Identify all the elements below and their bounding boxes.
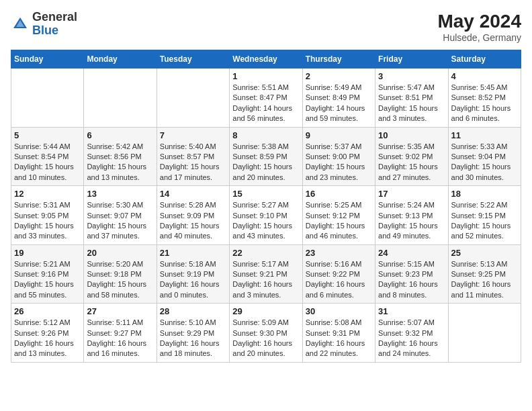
- calendar-week-row: 1Sunrise: 5:51 AM Sunset: 8:47 PM Daylig…: [11, 68, 521, 128]
- day-info: Sunrise: 5:28 AM Sunset: 9:09 PM Dayligh…: [160, 200, 226, 242]
- day-info: Sunrise: 5:40 AM Sunset: 8:57 PM Dayligh…: [160, 142, 226, 183]
- day-info: Sunrise: 5:09 AM Sunset: 9:30 PM Dayligh…: [232, 318, 299, 359]
- calendar-day-cell: 12Sunrise: 5:31 AM Sunset: 9:05 PM Dayli…: [11, 186, 84, 245]
- calendar-day-cell: 5Sunrise: 5:44 AM Sunset: 8:54 PM Daylig…: [11, 127, 84, 186]
- day-number: 23: [306, 248, 372, 258]
- day-info: Sunrise: 5:49 AM Sunset: 8:49 PM Dayligh…: [306, 83, 372, 124]
- day-of-week-header: Sunday: [11, 50, 84, 68]
- day-info: Sunrise: 5:44 AM Sunset: 8:54 PM Dayligh…: [14, 142, 81, 183]
- calendar-day-cell: 14Sunrise: 5:28 AM Sunset: 9:09 PM Dayli…: [157, 186, 229, 245]
- day-number: 16: [306, 189, 372, 199]
- calendar-day-cell: 7Sunrise: 5:40 AM Sunset: 8:57 PM Daylig…: [157, 127, 229, 186]
- day-number: 25: [451, 248, 518, 258]
- day-number: 22: [232, 248, 299, 258]
- calendar-day-cell: 15Sunrise: 5:27 AM Sunset: 9:10 PM Dayli…: [230, 186, 302, 245]
- day-info: Sunrise: 5:27 AM Sunset: 9:10 PM Dayligh…: [232, 200, 299, 242]
- calendar-day-cell: 28Sunrise: 5:10 AM Sunset: 9:29 PM Dayli…: [157, 304, 229, 363]
- day-info: Sunrise: 5:25 AM Sunset: 9:12 PM Dayligh…: [306, 200, 372, 242]
- day-info: Sunrise: 5:07 AM Sunset: 9:32 PM Dayligh…: [378, 318, 445, 359]
- day-info: Sunrise: 5:15 AM Sunset: 9:23 PM Dayligh…: [378, 259, 445, 301]
- day-info: Sunrise: 5:22 AM Sunset: 9:15 PM Dayligh…: [451, 200, 518, 242]
- day-info: Sunrise: 5:10 AM Sunset: 9:29 PM Dayligh…: [160, 318, 226, 359]
- day-info: Sunrise: 5:08 AM Sunset: 9:31 PM Dayligh…: [306, 318, 372, 359]
- header: General Blue May 2024 Hulsede, Germany: [11, 11, 521, 43]
- day-info: Sunrise: 5:45 AM Sunset: 8:52 PM Dayligh…: [451, 83, 518, 124]
- day-number: 12: [14, 189, 81, 199]
- day-info: Sunrise: 5:33 AM Sunset: 9:04 PM Dayligh…: [451, 142, 518, 183]
- empty-day-cell: [448, 304, 521, 363]
- calendar-day-cell: 17Sunrise: 5:24 AM Sunset: 9:13 PM Dayli…: [375, 186, 448, 245]
- day-number: 13: [87, 189, 153, 199]
- day-number: 8: [232, 130, 299, 140]
- day-info: Sunrise: 5:24 AM Sunset: 9:13 PM Dayligh…: [378, 200, 445, 242]
- day-number: 20: [87, 248, 153, 258]
- day-number: 5: [14, 130, 81, 140]
- day-info: Sunrise: 5:30 AM Sunset: 9:07 PM Dayligh…: [87, 200, 153, 242]
- day-info: Sunrise: 5:35 AM Sunset: 9:02 PM Dayligh…: [378, 142, 445, 183]
- calendar-day-cell: 13Sunrise: 5:30 AM Sunset: 9:07 PM Dayli…: [84, 186, 157, 245]
- day-number: 11: [451, 130, 518, 140]
- logo: General Blue: [11, 11, 77, 38]
- day-info: Sunrise: 5:42 AM Sunset: 8:56 PM Dayligh…: [87, 142, 153, 183]
- day-number: 17: [378, 189, 445, 199]
- calendar-day-cell: 20Sunrise: 5:20 AM Sunset: 9:18 PM Dayli…: [84, 244, 157, 304]
- calendar-body: 1Sunrise: 5:51 AM Sunset: 8:47 PM Daylig…: [11, 68, 521, 363]
- calendar-week-row: 26Sunrise: 5:12 AM Sunset: 9:26 PM Dayli…: [11, 304, 521, 363]
- calendar-day-cell: 8Sunrise: 5:38 AM Sunset: 8:59 PM Daylig…: [230, 127, 302, 186]
- day-info: Sunrise: 5:21 AM Sunset: 9:16 PM Dayligh…: [14, 259, 81, 301]
- calendar-day-cell: 9Sunrise: 5:37 AM Sunset: 9:00 PM Daylig…: [302, 127, 375, 186]
- calendar-day-cell: 6Sunrise: 5:42 AM Sunset: 8:56 PM Daylig…: [84, 127, 157, 186]
- day-info: Sunrise: 5:18 AM Sunset: 9:19 PM Dayligh…: [160, 259, 226, 301]
- calendar-day-cell: 24Sunrise: 5:15 AM Sunset: 9:23 PM Dayli…: [375, 244, 448, 304]
- empty-day-cell: [11, 68, 84, 128]
- day-info: Sunrise: 5:11 AM Sunset: 9:27 PM Dayligh…: [87, 318, 153, 359]
- calendar-day-cell: 18Sunrise: 5:22 AM Sunset: 9:15 PM Dayli…: [448, 186, 521, 245]
- day-of-week-header: Tuesday: [157, 50, 229, 68]
- calendar-day-cell: 27Sunrise: 5:11 AM Sunset: 9:27 PM Dayli…: [84, 304, 157, 363]
- calendar-day-cell: 29Sunrise: 5:09 AM Sunset: 9:30 PM Dayli…: [230, 304, 302, 363]
- day-number: 6: [87, 130, 153, 140]
- day-number: 31: [378, 306, 445, 316]
- calendar-day-cell: 11Sunrise: 5:33 AM Sunset: 9:04 PM Dayli…: [448, 127, 521, 186]
- day-info: Sunrise: 5:38 AM Sunset: 8:59 PM Dayligh…: [232, 142, 299, 183]
- day-number: 15: [232, 189, 299, 199]
- day-number: 18: [451, 189, 518, 199]
- calendar-day-cell: 25Sunrise: 5:13 AM Sunset: 9:25 PM Dayli…: [448, 244, 521, 304]
- title-area: May 2024 Hulsede, Germany: [437, 11, 521, 43]
- calendar-day-cell: 19Sunrise: 5:21 AM Sunset: 9:16 PM Dayli…: [11, 244, 84, 304]
- day-number: 21: [160, 248, 226, 258]
- calendar-day-cell: 22Sunrise: 5:17 AM Sunset: 9:21 PM Dayli…: [230, 244, 302, 304]
- day-number: 28: [160, 306, 226, 316]
- day-info: Sunrise: 5:51 AM Sunset: 8:47 PM Dayligh…: [232, 83, 299, 124]
- logo-blue-text: Blue: [32, 24, 58, 37]
- day-of-week-header: Thursday: [302, 50, 375, 68]
- day-number: 7: [160, 130, 226, 140]
- day-number: 30: [306, 306, 372, 316]
- calendar-day-cell: 10Sunrise: 5:35 AM Sunset: 9:02 PM Dayli…: [375, 127, 448, 186]
- day-info: Sunrise: 5:17 AM Sunset: 9:21 PM Dayligh…: [232, 259, 299, 301]
- calendar-week-row: 12Sunrise: 5:31 AM Sunset: 9:05 PM Dayli…: [11, 186, 521, 245]
- day-number: 24: [378, 248, 445, 258]
- day-number: 1: [232, 71, 299, 81]
- calendar-day-cell: 2Sunrise: 5:49 AM Sunset: 8:49 PM Daylig…: [302, 68, 375, 128]
- empty-day-cell: [157, 68, 229, 128]
- day-of-week-header: Wednesday: [230, 50, 302, 68]
- day-number: 29: [232, 306, 299, 316]
- day-of-week-header: Saturday: [448, 50, 521, 68]
- day-info: Sunrise: 5:20 AM Sunset: 9:18 PM Dayligh…: [87, 259, 153, 301]
- calendar-day-cell: 3Sunrise: 5:47 AM Sunset: 8:51 PM Daylig…: [375, 68, 448, 128]
- calendar-day-cell: 21Sunrise: 5:18 AM Sunset: 9:19 PM Dayli…: [157, 244, 229, 304]
- calendar-day-cell: 16Sunrise: 5:25 AM Sunset: 9:12 PM Dayli…: [302, 186, 375, 245]
- day-number: 3: [378, 71, 445, 81]
- day-number: 4: [451, 71, 518, 81]
- calendar-day-cell: 4Sunrise: 5:45 AM Sunset: 8:52 PM Daylig…: [448, 68, 521, 128]
- calendar-day-cell: 1Sunrise: 5:51 AM Sunset: 8:47 PM Daylig…: [230, 68, 302, 128]
- day-number: 14: [160, 189, 226, 199]
- day-of-week-header: Monday: [84, 50, 157, 68]
- day-number: 27: [87, 306, 153, 316]
- empty-day-cell: [84, 68, 157, 128]
- calendar-header: SundayMondayTuesdayWednesdayThursdayFrid…: [11, 50, 521, 68]
- logo-icon: [11, 15, 30, 34]
- day-info: Sunrise: 5:12 AM Sunset: 9:26 PM Dayligh…: [14, 318, 81, 359]
- day-number: 26: [14, 306, 81, 316]
